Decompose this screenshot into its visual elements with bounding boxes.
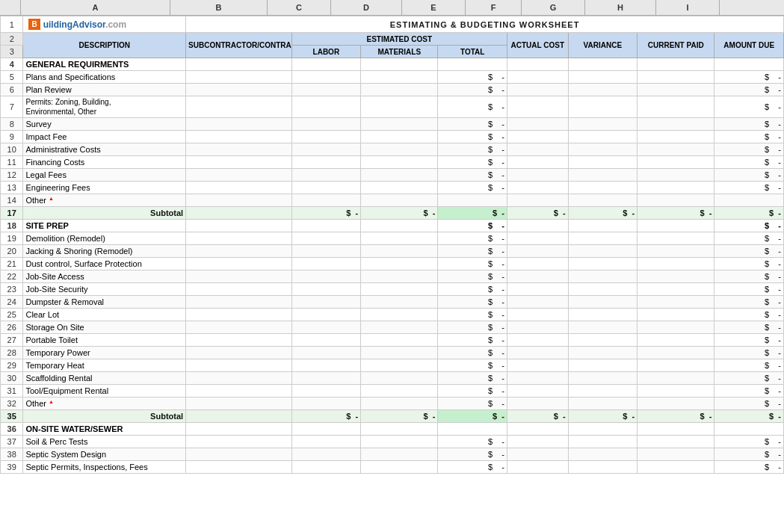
logo-text: uildingAdvisor.com [43, 19, 126, 30]
col-letter-g[interactable]: G [522, 0, 585, 15]
subtotal-row-general: 17 Subtotal $ - $ - $ - $ - $ - $ - $ - [1, 207, 784, 220]
header-row-2: 2 DESCRIPTION SUBCONTRACTOR/CONTRACT OR … [1, 33, 784, 46]
table-row: 37 Soil & Perc Tests $ - $ - [1, 436, 784, 448]
subtotal-row-siteprep: 35 Subtotal $ - $ - $ - $ - $ - $ - $ - [1, 410, 784, 423]
sheet-wrapper: 1 B uildingAdvisor.com ESTIMATING & BUDG… [0, 16, 784, 474]
table-row: 6 Plan Review $ - $ - [1, 84, 784, 96]
table-row: 39 Septic Permits, Inspections, Fees $ -… [1, 461, 784, 474]
estimated-cost-header: ESTIMATED COST [291, 33, 507, 46]
table-row: 29 Temporary Heat $ - $ - [1, 359, 784, 372]
table-row: 12 Legal Fees $ - $ - [1, 169, 784, 182]
table-row: 13 Engineering Fees $ - $ - [1, 182, 784, 194]
table-row: 25 Clear Lot $ - $ - [1, 309, 784, 321]
col-letter-a[interactable]: A [21, 0, 170, 15]
table-row: 10 Administrative Costs $ - $ - [1, 143, 784, 156]
table-row: 30 Scaffolding Rental $ - $ - [1, 372, 784, 385]
water-sewer-label: ON-SITE WATER/SEWER [23, 423, 186, 436]
site-prep-label: SITE PREP [23, 220, 186, 232]
materials-header: MATERIALS [361, 46, 438, 58]
variance-header: VARIANCE [568, 33, 638, 58]
spreadsheet-container: A B C D E F G H I 1 [0, 0, 784, 532]
row-num-5: 5 [1, 71, 23, 84]
table-row: 26 Storage On Site $ - $ - [1, 321, 784, 334]
worksheet-title: ESTIMATING & BUDGETING WORKSHEET [186, 16, 784, 33]
col-letter-h[interactable]: H [585, 0, 656, 15]
table-row: 5 Plans and Specifications $ - $ - [1, 71, 784, 84]
section-general: 4 GENERAL REQUIRMENTS [1, 58, 784, 71]
table-row: 14 Other ▲ [1, 194, 784, 207]
actual-cost-header: ACTUAL COST [507, 33, 568, 58]
general-req-label: GENERAL REQUIRMENTS [23, 58, 186, 71]
subcontractor-header: SUBCONTRACTOR/CONTRACT OR [186, 33, 291, 58]
table-row: 38 Septic System Design $ - $ - [1, 448, 784, 461]
logo-cell: B uildingAdvisor.com [23, 16, 186, 33]
col-letter-f[interactable]: F [466, 0, 522, 15]
table-row: 31 Tool/Equipment Rental $ - $ - [1, 385, 784, 398]
current-paid-header: CURRENT PAID [638, 33, 714, 58]
table-row: 28 Temporary Power $ - $ - [1, 347, 784, 359]
col-letter-i[interactable]: I [656, 0, 720, 15]
column-letter-headers: A B C D E F G H I [0, 0, 784, 16]
table-row: 9 Impact Fee $ - $ - [1, 131, 784, 143]
table-row: 22 Job-Site Access $ - $ - [1, 270, 784, 283]
table-row: 8 Survey $ - $ - [1, 118, 784, 131]
logo-com: .com [105, 19, 126, 30]
table-row: 7 Permits: Zoning, Building,Environmenta… [1, 96, 784, 118]
description-header: DESCRIPTION [23, 33, 186, 58]
col-letter-e[interactable]: E [402, 0, 466, 15]
table-row: 32 Other ▲ $ - $ - [1, 398, 784, 410]
corner-cell [0, 0, 21, 15]
subtotal-label-1: Subtotal [23, 207, 186, 220]
table-row: 27 Portable Toilet $ - $ - [1, 334, 784, 347]
total-header: TOTAL [438, 46, 507, 58]
section-water-sewer: 36 ON-SITE WATER/SEWER [1, 423, 784, 436]
row-num-2: 2 [1, 33, 23, 46]
amount-due-header: AMOUNT DUE [714, 33, 784, 58]
table-row: 23 Job-Site Security $ - $ - [1, 283, 784, 296]
table-row: 20 Jacking & Shoring (Remodel) $ - $ - [1, 245, 784, 258]
row-num-3: 3 [1, 46, 23, 58]
row-num-4: 4 [1, 58, 23, 71]
col-letter-b[interactable]: B [170, 0, 268, 15]
main-table: 1 B uildingAdvisor.com ESTIMATING & BUDG… [0, 16, 784, 474]
labor-header: LABOR [291, 46, 361, 58]
col-letter-d[interactable]: D [331, 0, 402, 15]
logo-building: uildingAdvisor [43, 19, 105, 30]
subtotal-label-2: Subtotal [23, 410, 186, 423]
row-num-1: 1 [1, 16, 23, 33]
table-row: 24 Dumpster & Removal $ - $ - [1, 296, 784, 309]
logo-box: B [28, 19, 40, 30]
table-row: 21 Dust control, Surface Protection $ - … [1, 258, 784, 270]
table-row: 11 Financing Costs $ - $ - [1, 156, 784, 169]
table-row: 19 Demolition (Remodel) $ - $ - [1, 232, 784, 245]
section-site-prep: 18 SITE PREP $ - $ - [1, 220, 784, 232]
desc-5[interactable]: Plans and Specifications [23, 71, 186, 84]
title-row: 1 B uildingAdvisor.com ESTIMATING & BUDG… [1, 16, 784, 33]
col-letter-c[interactable]: C [268, 0, 331, 15]
